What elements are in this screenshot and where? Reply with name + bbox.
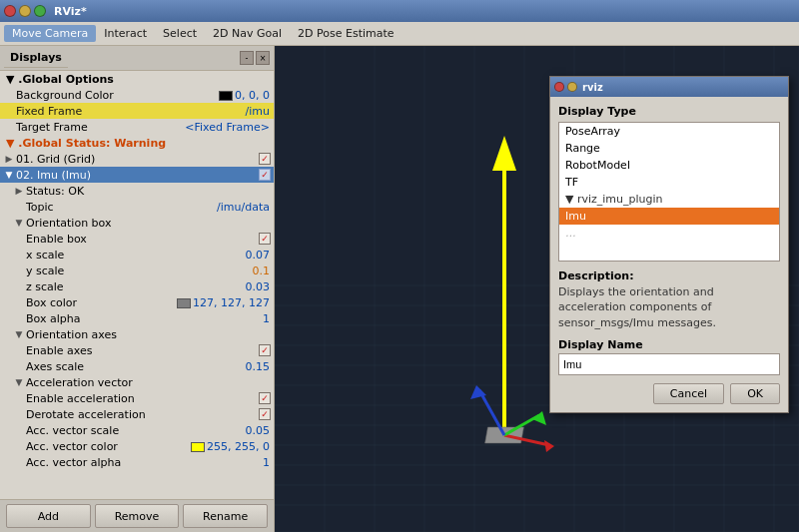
remove-button[interactable]: Remove <box>95 504 180 528</box>
display-type-list[interactable]: PoseArray Range RobotModel TF ▼ rviz_imu… <box>558 122 780 262</box>
acc-alpha-row[interactable]: Acc. vector alpha 1 <box>0 454 274 470</box>
list-item-robotmodel[interactable]: RobotModel <box>559 157 779 174</box>
dialog-body: Display Type PoseArray Range RobotModel … <box>550 97 788 412</box>
menu-select[interactable]: Select <box>155 25 205 42</box>
menu-move-camera[interactable]: Move Camera <box>4 25 96 42</box>
imu-checkbox[interactable] <box>259 169 271 181</box>
enable-axes-checkbox[interactable] <box>259 344 271 356</box>
y-scale-row[interactable]: y scale 0.1 <box>0 263 274 278</box>
menu-bar: Move Camera Interact Select 2D Nav Goal … <box>0 22 799 46</box>
main-layout: Displays - × ▼ .Global Options Backgroun… <box>0 46 799 532</box>
bottom-buttons: Add Remove Rename <box>0 499 274 532</box>
enable-accel-row[interactable]: Enable acceleration <box>0 390 274 406</box>
list-item-plugin-group[interactable]: ▼ rviz_imu_plugin <box>559 191 779 208</box>
panel-icons[interactable]: - × <box>240 51 270 65</box>
dialog-min-button[interactable] <box>567 82 577 92</box>
orientation-box-header[interactable]: ▼ Orientation box <box>0 215 274 231</box>
acc-color-row[interactable]: Acc. vector color 255, 255, 0 <box>0 438 274 454</box>
list-item-tf[interactable]: TF <box>559 174 779 191</box>
display-name-label: Display Name <box>558 338 780 351</box>
background-color-row[interactable]: Background Color 0, 0, 0 <box>0 87 274 103</box>
box-color-row[interactable]: Box color 127, 127, 127 <box>0 294 274 310</box>
menu-2d-pose-estimate[interactable]: 2D Pose Estimate <box>290 25 402 42</box>
title-bar: RViz* <box>0 0 799 22</box>
displays-title: Displays <box>4 48 68 68</box>
menu-interact[interactable]: Interact <box>96 25 155 42</box>
ok-button[interactable]: OK <box>730 383 780 404</box>
panel-header: Displays - × <box>0 46 274 71</box>
display-name-input[interactable] <box>558 353 780 375</box>
global-options-header[interactable]: ▼ .Global Options <box>0 71 274 87</box>
left-panel: Displays - × ▼ .Global Options Backgroun… <box>0 46 275 532</box>
global-status-row[interactable]: ▼ .Global Status: Warning <box>0 135 274 151</box>
minimize-button[interactable] <box>19 5 31 17</box>
display-type-label: Display Type <box>558 105 780 118</box>
description-text: Displays the orientation and acceleratio… <box>558 284 780 330</box>
rename-button[interactable]: Rename <box>183 504 268 528</box>
x-scale-row[interactable]: x scale 0.07 <box>0 247 274 263</box>
dialog-title: rviz <box>582 82 603 93</box>
dialog-title-bar[interactable]: rviz <box>550 77 788 97</box>
imu-row[interactable]: ▼ 02. Imu (Imu) <box>0 167 274 183</box>
add-button[interactable]: Add <box>6 504 91 528</box>
dialog-action-buttons: Cancel OK <box>558 383 780 404</box>
target-frame-row[interactable]: Target Frame <Fixed Frame> <box>0 119 274 135</box>
grid-row[interactable]: ▶ 01. Grid (Grid) <box>0 151 274 167</box>
status-ok-row[interactable]: ▶ Status: OK <box>0 183 274 199</box>
3d-view[interactable]: rviz Display Type PoseArray Range RobotM… <box>275 46 799 532</box>
panel-icon-minus[interactable]: - <box>240 51 254 65</box>
list-item-range[interactable]: Range <box>559 140 779 157</box>
rviz-dialog: rviz Display Type PoseArray Range RobotM… <box>549 76 789 413</box>
fixed-frame-row[interactable]: Fixed Frame /imu <box>0 103 274 119</box>
acceleration-vector-header[interactable]: ▼ Acceleration vector <box>0 374 274 390</box>
enable-box-checkbox[interactable] <box>259 233 271 245</box>
derotate-accel-checkbox[interactable] <box>259 408 271 420</box>
enable-box-row[interactable]: Enable box <box>0 231 274 247</box>
axes-scale-row[interactable]: Axes scale 0.15 <box>0 358 274 374</box>
list-item-posearray[interactable]: PoseArray <box>559 123 779 140</box>
enable-axes-row[interactable]: Enable axes <box>0 342 274 358</box>
window-title: RViz* <box>54 5 87 18</box>
list-item-more[interactable]: ... <box>559 225 779 242</box>
box-alpha-row[interactable]: Box alpha 1 <box>0 310 274 326</box>
maximize-button[interactable] <box>34 5 46 17</box>
close-button[interactable] <box>4 5 16 17</box>
grid-checkbox[interactable] <box>259 153 271 165</box>
orientation-axes-header[interactable]: ▼ Orientation axes <box>0 326 274 342</box>
derotate-accel-row[interactable]: Derotate acceleration <box>0 406 274 422</box>
panel-icon-x[interactable]: × <box>256 51 270 65</box>
acc-scale-row[interactable]: Acc. vector scale 0.05 <box>0 422 274 438</box>
description-label: Description: <box>558 269 780 282</box>
z-scale-row[interactable]: z scale 0.03 <box>0 278 274 294</box>
tree-area[interactable]: ▼ .Global Options Background Color 0, 0,… <box>0 71 274 499</box>
window-controls[interactable] <box>4 5 46 17</box>
list-item-imu[interactable]: Imu <box>559 208 779 225</box>
cancel-button[interactable]: Cancel <box>653 383 724 404</box>
menu-2d-nav-goal[interactable]: 2D Nav Goal <box>205 25 290 42</box>
enable-accel-checkbox[interactable] <box>259 392 271 404</box>
topic-row[interactable]: Topic /imu/data <box>0 199 274 215</box>
dialog-close-button[interactable] <box>554 82 564 92</box>
